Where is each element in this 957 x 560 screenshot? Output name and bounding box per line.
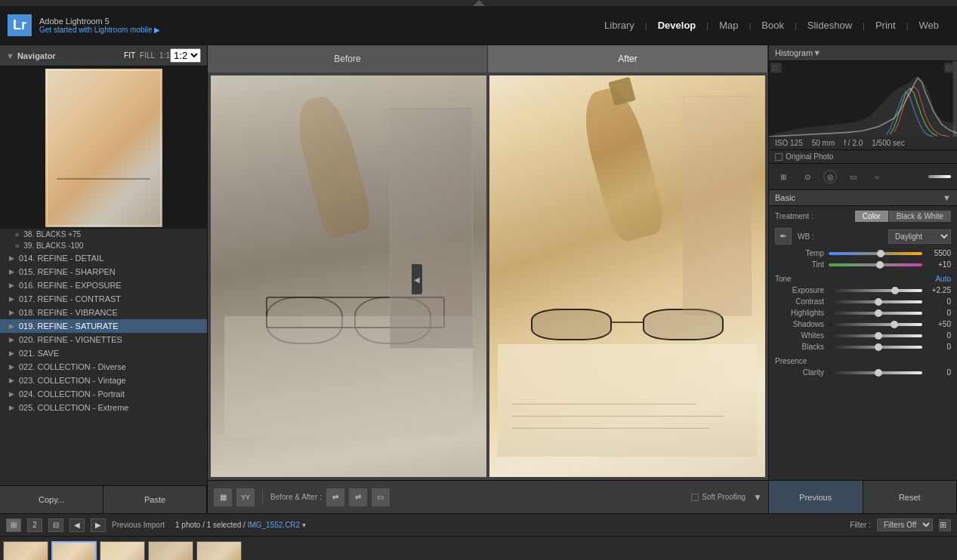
exposure-slider-thumb[interactable]	[891, 287, 899, 294]
preset-item-022[interactable]: ▶ 022. COLLECTION - Diverse	[0, 360, 207, 374]
nav-web[interactable]: Web	[909, 20, 950, 31]
exposure-slider-track[interactable]	[829, 289, 922, 292]
copy-button[interactable]: Copy...	[0, 486, 103, 513]
tint-slider-thumb[interactable]	[876, 261, 884, 269]
red-eye-icon[interactable]: ◎	[823, 170, 837, 183]
preset-item-016[interactable]: ▶ 016. REFINE - EXPOSURE	[0, 278, 207, 292]
crop-icon-btn[interactable]: YY	[236, 488, 255, 506]
preset-item-014[interactable]: ▶ 014. REFINE - DETAIL	[0, 251, 207, 265]
nav-fit-btn[interactable]: FIT	[124, 51, 135, 60]
color-treatment-btn[interactable]: Color	[855, 211, 889, 222]
nav-print[interactable]: Print	[865, 20, 906, 31]
shadows-slider-row: Shadows +50	[775, 320, 951, 328]
whites-slider-track[interactable]	[829, 334, 922, 337]
preset-item-023[interactable]: ▶ 023. COLLECTION - Vintage	[0, 374, 207, 387]
toolbar-expand-arrow[interactable]: ▼	[753, 492, 762, 503]
preset-item-018[interactable]: ▶ 018. REFINE - VIBRANCE	[0, 306, 207, 319]
highlights-slider-thumb[interactable]	[875, 309, 882, 317]
filmstrip-thumb-4[interactable]	[148, 541, 193, 561]
reset-button[interactable]: Reset	[863, 481, 958, 513]
wb-eyedropper[interactable]: ✒	[775, 228, 792, 245]
previous-button[interactable]: Previous	[769, 481, 863, 513]
filmstrip-bottom	[0, 536, 957, 560]
history-item-blacks-75[interactable]: ≡ 38. BLACKS +75	[0, 229, 207, 240]
nav-map[interactable]: Map	[708, 20, 749, 31]
left-collapse-arrow[interactable]: ◀	[412, 264, 422, 294]
preset-item-017[interactable]: ▶ 017. REFINE - CONTRAST	[0, 292, 207, 306]
preset-label: 024. COLLECTION - Portrait	[19, 389, 125, 398]
before-after-toggle-btn[interactable]: ⇌	[349, 488, 367, 506]
original-checkbox[interactable]	[775, 153, 783, 161]
filter-icon-btn[interactable]: ⊞	[939, 519, 951, 531]
nav-zoom-select[interactable]: 1:2 1:4 2:1	[170, 48, 201, 63]
after-header[interactable]: After	[488, 45, 768, 72]
shadows-slider-track[interactable]	[829, 323, 922, 326]
soft-proofing-check[interactable]: Soft Proofing	[691, 493, 746, 501]
paste-button[interactable]: Paste	[103, 486, 207, 513]
preset-item-025[interactable]: ▶ 025. COLLECTION - Extreme	[0, 401, 207, 414]
tint-slider-track[interactable]	[829, 263, 922, 266]
filename-dropdown[interactable]: ▾	[302, 521, 306, 529]
radial-filter-icon[interactable]: ○	[869, 168, 885, 185]
contrast-slider-row: Contrast 0	[775, 297, 951, 306]
blacks-slider-track[interactable]	[829, 346, 922, 349]
auto-tone-btn[interactable]: Auto	[935, 275, 951, 283]
preset-arrow: ▶	[9, 254, 14, 262]
tone-curve-icon[interactable]	[928, 175, 951, 178]
clarity-slider-thumb[interactable]	[875, 369, 882, 377]
wb-select[interactable]: Daylight Cloudy Shade Tungsten Fluoresce…	[888, 229, 951, 244]
contrast-slider-thumb[interactable]	[875, 298, 882, 306]
before-header[interactable]: Before	[208, 45, 488, 72]
history-item-blacks-100[interactable]: ≡ 39. BLACKS -100	[0, 240, 207, 251]
nav-next-arrow[interactable]: ▶	[91, 518, 106, 532]
preset-item-024[interactable]: ▶ 024. COLLECTION - Portrait	[0, 387, 207, 401]
shadows-slider-thumb[interactable]	[891, 321, 898, 328]
temp-slider-track[interactable]	[829, 252, 922, 255]
filter-select[interactable]: Filters Off Rated Flagged	[877, 518, 933, 531]
whites-slider-thumb[interactable]	[875, 332, 882, 340]
filmstrip-thumb-5[interactable]	[196, 541, 242, 561]
blacks-slider-thumb[interactable]	[875, 343, 882, 351]
app-subtitle[interactable]: Get started with Lightroom mobile ▶	[39, 26, 160, 34]
histogram-expand-icon[interactable]: ▼	[813, 48, 821, 57]
nav-slideshow[interactable]: Slideshow	[797, 20, 863, 31]
treatment-row: Treatment : Color Black & White	[775, 211, 951, 222]
view-icon-btn[interactable]: ▦	[214, 488, 232, 506]
original-photo-check[interactable]: Original Photo	[769, 150, 957, 164]
before-after-swap-btn[interactable]: ⇄	[326, 488, 344, 506]
temp-slider-thumb[interactable]	[877, 250, 884, 257]
graduated-filter-icon[interactable]: ▭	[844, 168, 861, 185]
preset-item-019[interactable]: ▶ 019. REFINE - SATURATE	[0, 319, 207, 333]
highlights-slider-track[interactable]	[829, 312, 922, 315]
nav-library[interactable]: Library	[594, 20, 645, 31]
filename-link[interactable]: IMG_1552.CR2	[248, 521, 300, 529]
preset-item-020[interactable]: ▶ 020. REFINE - VIGNETTES	[0, 333, 207, 346]
soft-proof-checkbox[interactable]	[691, 494, 699, 501]
loupe-view-btn[interactable]: 2	[27, 518, 42, 532]
before-after-layout-btn[interactable]: ▭	[372, 488, 390, 506]
crop-tool-icon[interactable]: ⊞	[775, 168, 792, 185]
clarity-slider-track[interactable]	[829, 371, 922, 374]
grid-view-btn[interactable]: ⊞	[6, 518, 21, 532]
navigator-toggle[interactable]: ▼	[6, 51, 14, 60]
filmstrip-thumb-1[interactable]	[3, 541, 48, 561]
history-and-presets-list[interactable]: ≡ 38. BLACKS +75 ≡ 39. BLACKS -100 ▶ 014…	[0, 229, 207, 485]
basic-panel-expand-icon[interactable]: ▼	[943, 193, 951, 202]
multi-view-btn[interactable]: ⊟	[48, 518, 63, 532]
filmstrip-thumb-3[interactable]	[100, 541, 145, 561]
filmstrip-thumb-2[interactable]	[51, 541, 97, 561]
nav-book[interactable]: Book	[751, 20, 795, 31]
preset-item-021[interactable]: ▶ 021. SAVE	[0, 346, 207, 360]
contrast-slider-track[interactable]	[829, 300, 922, 303]
temp-slider-row: Temp 5500	[775, 249, 951, 257]
highlights-slider-row: Highlights 0	[775, 309, 951, 317]
preset-arrow: ▶	[9, 268, 14, 275]
bw-treatment-btn[interactable]: Black & White	[889, 211, 951, 222]
preset-item-015[interactable]: ▶ 015. REFINE - SHARPEN	[0, 265, 207, 278]
spot-removal-icon[interactable]: ⊙	[799, 168, 816, 185]
nav-1-1-btn[interactable]: 1:1	[159, 51, 170, 60]
top-collapse-arrow[interactable]	[0, 0, 957, 6]
nav-prev-arrow[interactable]: ◀	[69, 518, 85, 532]
nav-fill-btn[interactable]: FILL	[140, 51, 155, 60]
nav-develop[interactable]: Develop	[647, 20, 707, 31]
